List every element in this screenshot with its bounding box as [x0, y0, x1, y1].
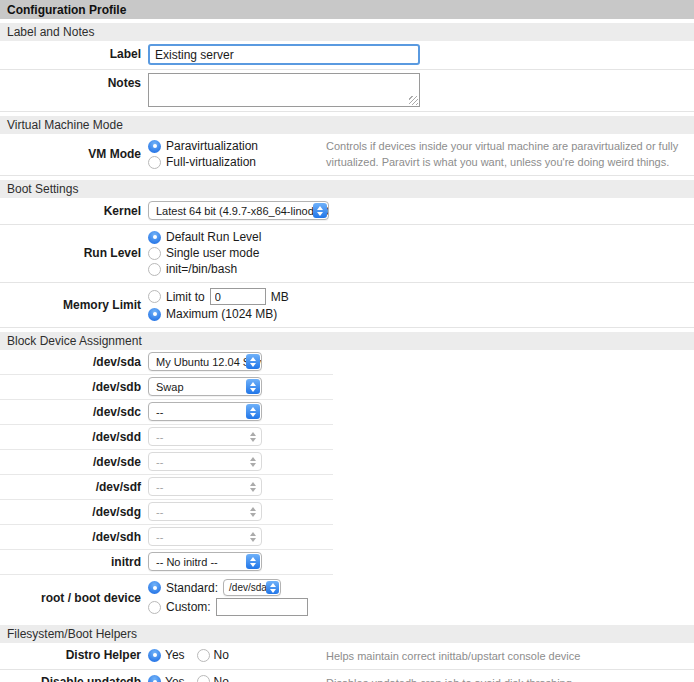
select-stepper-icon	[246, 479, 260, 494]
radio-icon[interactable]	[148, 290, 161, 303]
no-label: No	[214, 675, 229, 682]
select-value: --	[156, 481, 163, 493]
vm-mode-option-full-virtualization[interactable]: Full-virtualization	[148, 155, 326, 169]
select-stepper-icon	[246, 554, 260, 569]
option-label: Single user mode	[166, 246, 259, 260]
root-boot-device-label: root / boot device	[0, 591, 148, 605]
device-label: /dev/sde	[0, 452, 148, 469]
sdg-select[interactable]: --	[148, 502, 262, 521]
radio-icon[interactable]	[197, 649, 210, 662]
kernel-select-value: Latest 64 bit (4.9.7-x86_64-linode80)	[156, 205, 329, 217]
radio-icon[interactable]	[148, 263, 161, 276]
option-label: Default Run Level	[166, 230, 261, 244]
memory-limit-input[interactable]	[210, 288, 266, 305]
section-label-and-notes: Label and Notes	[0, 23, 694, 41]
radio-selected-icon[interactable]	[148, 308, 161, 321]
select-stepper-icon	[246, 379, 260, 394]
kernel-row: Kernel Latest 64 bit (4.9.7-x86_64-linod…	[0, 198, 694, 225]
radio-selected-icon[interactable]	[148, 231, 161, 244]
memory-limit-unit: MB	[271, 290, 289, 304]
no-label: No	[214, 648, 229, 662]
sdf-select[interactable]: --	[148, 477, 262, 496]
option-label: Maximum (1024 MB)	[166, 307, 277, 321]
vm-mode-help-text: Controls if devices inside your virtual …	[326, 137, 688, 171]
helper-label: Distro Helper	[0, 647, 148, 662]
device-label: /dev/sdf	[0, 477, 148, 494]
select-value: --	[156, 456, 163, 468]
device-label: /dev/sdh	[0, 527, 148, 544]
device-label: /dev/sdg	[0, 502, 148, 519]
select-value: /dev/sda	[229, 582, 267, 593]
yes-label: Yes	[165, 675, 185, 682]
radio-icon[interactable]	[148, 156, 161, 169]
helper-help-text: Helps maintain correct inittab/upstart c…	[326, 647, 688, 665]
memory-limit-option-maximum[interactable]: Maximum (1024 MB)	[148, 307, 408, 321]
label-input[interactable]	[148, 44, 420, 65]
select-value: -- No initrd --	[156, 556, 218, 568]
section-boot-settings: Boot Settings	[0, 180, 694, 198]
device-label: /dev/sdd	[0, 427, 148, 444]
standard-device-select[interactable]: /dev/sda	[223, 579, 281, 596]
select-stepper-icon	[246, 529, 260, 544]
option-label: init=/bin/bash	[166, 262, 237, 276]
sda-select[interactable]: My Ubuntu 12.04 Server	[148, 352, 262, 371]
initrd-label: initrd	[0, 552, 148, 569]
sdb-select[interactable]: Swap	[148, 377, 262, 396]
memory-limit-row: Memory Limit Limit to MB Maximum (1024 M…	[0, 283, 694, 328]
block-device-row-sdc: /dev/sdc --	[0, 400, 333, 424]
section-virtual-machine-mode: Virtual Machine Mode	[0, 116, 694, 134]
sdd-select[interactable]: --	[148, 427, 262, 446]
yes-label: Yes	[165, 648, 185, 662]
select-value: --	[156, 406, 163, 418]
memory-limit-option-limit-to[interactable]: Limit to MB	[148, 288, 408, 305]
select-stepper-icon	[246, 404, 260, 419]
kernel-label: Kernel	[0, 201, 148, 218]
radio-icon[interactable]	[197, 675, 210, 682]
distro-helper-row: Distro Helper Yes No Helps maintain corr…	[0, 643, 694, 670]
vm-mode-label: VM Mode	[0, 147, 148, 161]
device-label: /dev/sdb	[0, 377, 148, 394]
block-device-row-sdf: /dev/sdf --	[0, 475, 333, 499]
label-row: Label	[0, 41, 694, 70]
notes-field-label: Notes	[0, 73, 148, 90]
notes-textarea[interactable]	[148, 73, 420, 107]
select-stepper-icon	[246, 354, 260, 369]
radio-selected-icon[interactable]	[148, 649, 161, 662]
custom-device-input[interactable]	[216, 598, 308, 616]
select-stepper-icon	[266, 581, 279, 594]
helper-help-text: Disables updatedb cron job to avoid disk…	[326, 674, 688, 682]
option-label: Paravirtualization	[166, 139, 258, 153]
vm-mode-option-paravirtualization[interactable]: Paravirtualization	[148, 139, 326, 153]
kernel-select[interactable]: Latest 64 bit (4.9.7-x86_64-linode80)	[148, 201, 329, 220]
section-block-device-assignment: Block Device Assignment	[0, 332, 694, 350]
sdh-select[interactable]: --	[148, 527, 262, 546]
radio-selected-icon[interactable]	[148, 140, 161, 153]
helper-label: Disable updatedb	[0, 674, 148, 682]
root-device-option-standard[interactable]: Standard: /dev/sda	[148, 579, 326, 596]
device-label: /dev/sdc	[0, 402, 148, 419]
run-level-option-single-user[interactable]: Single user mode	[148, 246, 326, 260]
radio-selected-icon[interactable]	[148, 581, 161, 594]
sde-select[interactable]: --	[148, 452, 262, 471]
run-level-option-init-bash[interactable]: init=/bin/bash	[148, 262, 326, 276]
option-label: Limit to	[166, 290, 205, 304]
select-stepper-icon	[246, 504, 260, 519]
vm-mode-row: VM Mode Paravirtualization Full-virtuali…	[0, 134, 694, 176]
sdc-select[interactable]: --	[148, 402, 262, 421]
radio-icon[interactable]	[148, 247, 161, 260]
radio-icon[interactable]	[148, 601, 161, 614]
block-device-row-sdg: /dev/sdg --	[0, 500, 333, 524]
page-title: Configuration Profile	[0, 0, 694, 19]
radio-selected-icon[interactable]	[148, 675, 161, 682]
block-device-row-sdb: /dev/sdb Swap	[0, 375, 333, 399]
run-level-label: Run Level	[0, 246, 148, 260]
block-device-row-sdd: /dev/sdd --	[0, 425, 333, 449]
select-stepper-icon	[246, 454, 260, 469]
run-level-option-default[interactable]: Default Run Level	[148, 230, 326, 244]
option-label: Custom:	[166, 600, 211, 614]
notes-row: Notes	[0, 70, 694, 112]
initrd-select[interactable]: -- No initrd --	[148, 552, 262, 571]
memory-limit-label: Memory Limit	[0, 298, 148, 312]
root-device-option-custom[interactable]: Custom:	[148, 598, 326, 616]
select-value: --	[156, 431, 163, 443]
